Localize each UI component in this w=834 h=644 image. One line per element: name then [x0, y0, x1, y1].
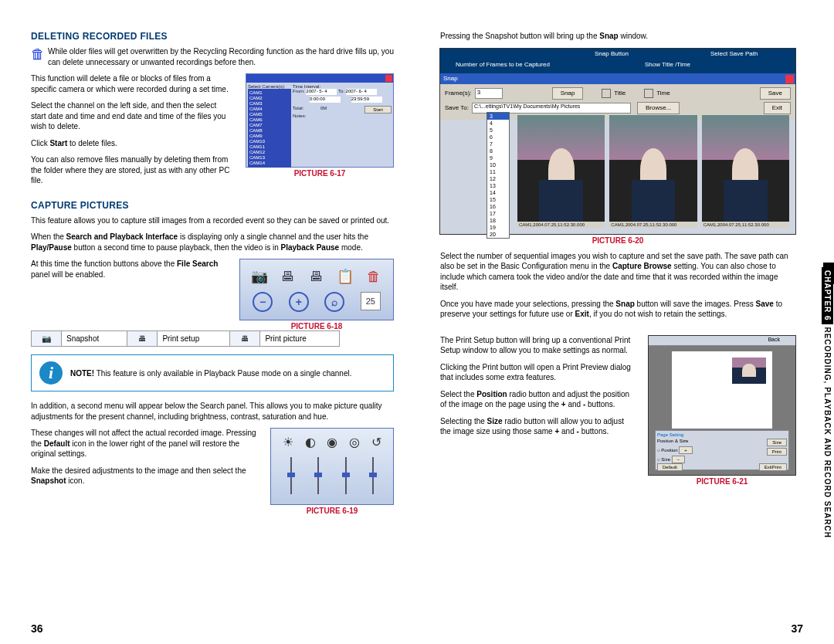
printer-icon: 🖶: [241, 334, 249, 343]
caption-6-19: PICTURE 6-19: [307, 507, 358, 515]
print-button[interactable]: Print: [767, 448, 787, 456]
save-button[interactable]: Save: [760, 87, 791, 100]
camera-list[interactable]: CAM1CAM2CAM3CAM4CAM5CAM6CAM7CAM8CAM9CAM1…: [248, 89, 291, 168]
figure-6-20: Snap Button Select Save Path Number of F…: [440, 48, 795, 245]
hue-icon[interactable]: ◎: [349, 435, 360, 449]
camera-icon[interactable]: 📷: [249, 267, 270, 286]
close-icon[interactable]: [785, 75, 794, 83]
para: In addition, a second menu will appear b…: [31, 401, 394, 422]
info-icon: i: [39, 361, 63, 385]
note-box: i NOTE! This feature is only available i…: [31, 354, 394, 391]
default-button[interactable]: Default: [657, 463, 683, 471]
para: At this time the function buttons above …: [31, 259, 227, 280]
page-spread: DELETING RECORDED FILES 🗑 While older fi…: [0, 0, 834, 644]
para: This feature allows you to capture still…: [31, 215, 394, 226]
figure-6-18: 📷 🖶 🖶 📋 🗑 − + ⌕ 25 PICTURE 6-18: [239, 259, 394, 330]
para: Clicking the Print button will open a Pr…: [440, 362, 636, 383]
saturation-slider[interactable]: [345, 457, 347, 494]
contrast-slider[interactable]: [317, 457, 319, 494]
brightness-icon[interactable]: ☀: [283, 435, 293, 449]
page-number: 36: [31, 622, 43, 635]
para: Selecting the Size radio button will all…: [440, 416, 636, 437]
caption-6-20: PICTURE 6-20: [592, 236, 644, 245]
caption-6-17: PICTURE 6-17: [294, 169, 346, 178]
figure-6-19: ☀ ◐ ◉ ◎ ↺ PICTURE 6-19: [270, 428, 394, 515]
figure-6-17: Select Camera(s): CAM1CAM2CAM3CAM4CAM5CA…: [246, 73, 394, 192]
time-checkbox[interactable]: [644, 89, 653, 98]
figure-6-21: Back Page Setting Position & Size Size ○…: [649, 335, 795, 486]
from-date[interactable]: 2007- 5- 4: [306, 89, 337, 95]
para: Select the Position radio button and adj…: [440, 389, 636, 410]
title-checkbox[interactable]: [602, 89, 611, 98]
chapter-tab: CHAPTER 6 RECORDING, PLAYBACK AND RECORD…: [821, 263, 834, 543]
date-box[interactable]: 25: [361, 292, 381, 310]
contrast-icon[interactable]: ◐: [305, 435, 316, 449]
paste-icon[interactable]: 📋: [335, 267, 355, 286]
zoom-out-icon[interactable]: −: [253, 292, 273, 312]
icon-legend-table: 📷 Snapshot 🖶 Print setup 🖶 Print picture: [31, 330, 340, 347]
para: You can also remove files manually by de…: [31, 154, 233, 186]
frames-input[interactable]: 3: [475, 88, 503, 99]
thumbnail: CAM1,2004.07.25,11:52.30.000: [702, 115, 789, 228]
snap-button[interactable]: Snap: [552, 87, 584, 100]
heading-capture: CAPTURE PICTURES: [31, 200, 394, 211]
left-page: DELETING RECORDED FILES 🗑 While older fi…: [0, 0, 417, 644]
zoom-in-icon[interactable]: +: [289, 292, 309, 312]
printer-icon[interactable]: 🖶: [278, 267, 298, 286]
page-number: 37: [791, 622, 803, 635]
para: These changes will not affect the actual…: [31, 428, 258, 459]
thumbnail: CAM1,2004.07.25,11:52.30.000: [609, 115, 697, 228]
para: Once you have made your selections, pres…: [440, 299, 795, 320]
caption-6-18: PICTURE 6-18: [291, 322, 343, 330]
para: Select the channel on the left side, and…: [31, 100, 233, 132]
magnifier-icon[interactable]: ⌕: [324, 292, 344, 312]
camera-icon: 📷: [42, 334, 51, 343]
right-page: Pressing the Snapshot button will bring …: [417, 0, 834, 644]
size-radio[interactable]: Size: [767, 439, 787, 446]
trash-icon[interactable]: 🗑: [364, 267, 384, 286]
para: This function will delete a file or bloc…: [31, 73, 233, 94]
browse-button[interactable]: Browse...: [637, 102, 680, 114]
para: The Print Setup button will bring up a c…: [440, 335, 636, 356]
close-icon[interactable]: [385, 75, 392, 82]
frames-dropdown[interactable]: 3 4567891011121314151617181920: [486, 112, 510, 239]
start-button[interactable]: Start: [364, 106, 392, 114]
brightness-slider[interactable]: [290, 457, 292, 494]
para: While older files will get overwritten b…: [48, 46, 394, 67]
position-radio[interactable]: Position: [661, 448, 677, 452]
trash-icon: 🗑: [31, 46, 45, 65]
exit-button[interactable]: Exit: [764, 102, 791, 114]
printer-icon: 🖶: [138, 334, 146, 343]
thumbnail: CAM1,2004.07.25,11:52.30.000: [517, 115, 605, 228]
para: Select the number of sequential images y…: [440, 251, 795, 293]
para: Make the desired adjustments to the imag…: [31, 466, 258, 486]
heading-deleting: DELETING RECORDED FILES: [31, 31, 394, 42]
saturation-icon[interactable]: ◉: [327, 435, 337, 449]
para: When the Search and Playback Interface i…: [31, 232, 394, 253]
para: Click Start to delete files.: [31, 138, 233, 149]
default-icon[interactable]: ↺: [371, 435, 381, 449]
exit-print-button[interactable]: ExitPrint: [759, 463, 787, 471]
para: Pressing the Snapshot button will bring …: [440, 31, 795, 42]
caption-6-21: PICTURE 6-21: [697, 477, 748, 486]
hue-slider[interactable]: [372, 457, 374, 494]
to-date[interactable]: 2007- 6- 4: [346, 89, 377, 95]
printer-icon[interactable]: 🖶: [307, 267, 327, 286]
